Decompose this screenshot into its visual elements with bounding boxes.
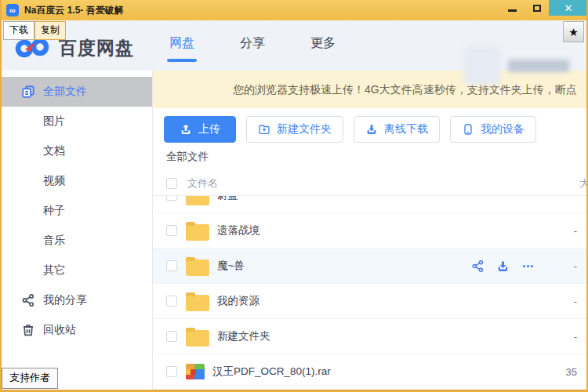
file-name[interactable]: 魔~兽	[217, 259, 245, 273]
app-header: 百度网盘 网盘分享更多	[2, 20, 586, 71]
sidebar-item-music[interactable]: 音乐	[2, 226, 152, 256]
window-controls: ✕	[500, 0, 588, 16]
maximize-button[interactable]	[524, 0, 549, 16]
tab-label: 更多	[310, 35, 336, 52]
toolbar-button-label: 上传	[198, 122, 220, 136]
table-header: 文件名 大小	[153, 171, 586, 196]
avatar	[464, 47, 500, 85]
close-button[interactable]: ✕	[549, 0, 588, 16]
file-row[interactable]: 我的资源-	[153, 284, 586, 319]
tab-more[interactable]: 更多	[308, 20, 338, 71]
sidebar: 全部文件图片文档视频种子音乐其它我的分享回收站	[2, 71, 153, 390]
file-name[interactable]: 蔚蓝	[217, 196, 238, 202]
file-row[interactable]: 新建文件夹-	[153, 319, 586, 354]
sidebar-item-recycle[interactable]: 回收站	[2, 315, 152, 345]
tab-label: 网盘	[169, 35, 194, 52]
row-checkbox[interactable]	[166, 296, 177, 307]
tab-label: 分享	[240, 35, 265, 52]
folder-glyph	[186, 224, 209, 241]
sidebar-item-label: 其它	[43, 263, 65, 278]
sidebar-item-label: 文档	[43, 144, 65, 158]
file-name[interactable]: 我的资源	[217, 294, 260, 308]
row-checkbox[interactable]	[166, 196, 177, 201]
download-icon[interactable]	[496, 260, 510, 273]
file-row[interactable]: 汉王PDF_OCR_80(1).rar35	[153, 354, 586, 390]
recycle-icon	[21, 323, 35, 337]
folder-icon	[186, 196, 209, 205]
download-overlay-button[interactable]: 下载	[3, 21, 34, 40]
upload-icon	[180, 123, 192, 136]
username	[508, 60, 569, 72]
folder-icon	[186, 256, 209, 276]
file-size: -	[560, 331, 577, 343]
minimize-button[interactable]	[500, 0, 524, 16]
sidebar-item-label: 音乐	[43, 234, 65, 248]
folder-icon	[186, 221, 209, 241]
toolbar-button-label: 新建文件夹	[277, 122, 332, 136]
folder-icon	[186, 292, 209, 311]
upload-button[interactable]: 上传	[164, 116, 236, 143]
maximize-icon	[533, 5, 541, 12]
app-window: ∞ Na百度云 1.5- 吾爱破解 ✕ 下载 复制 ★ 支持作者 百度网盘 网盘…	[0, 0, 588, 392]
row-checkbox[interactable]	[166, 366, 177, 377]
app-body: 全部文件图片文档视频种子音乐其它我的分享回收站 您的浏览器支持极速上传！4G大文…	[2, 71, 586, 390]
select-all-checkbox[interactable]	[166, 178, 177, 189]
tab-pan[interactable]: 网盘	[167, 20, 197, 71]
pin-star-button[interactable]: ★	[563, 21, 584, 42]
nav-tabs: 网盘分享更多	[167, 20, 338, 71]
copy-overlay-button[interactable]: 复制	[34, 21, 66, 40]
more-icon[interactable]	[521, 260, 535, 273]
file-size: -	[560, 296, 577, 307]
sidebar-item-documents[interactable]: 文档	[2, 136, 152, 166]
file-name[interactable]: 新建文件夹	[217, 329, 270, 343]
tab-share[interactable]: 分享	[238, 20, 267, 71]
sidebar-item-pictures[interactable]: 图片	[2, 107, 152, 136]
sidebar-item-label: 全部文件	[43, 85, 87, 99]
my-device-button[interactable]: 我的设备	[450, 116, 536, 143]
file-size: -	[560, 225, 577, 237]
breadcrumb: 全部文件	[166, 150, 586, 164]
folder-icon	[186, 327, 209, 347]
sidebar-item-my-share[interactable]: 我的分享	[2, 285, 152, 315]
filename-column-header: 文件名	[187, 176, 218, 191]
sidebar-item-videos[interactable]: 视频	[2, 166, 152, 196]
folder-glyph	[186, 330, 209, 347]
sidebar-item-label: 图片	[43, 114, 65, 129]
size-column-header: 大小	[579, 176, 586, 191]
folder-glyph	[186, 295, 209, 311]
toolbar-button-label: 离线下载	[384, 122, 428, 136]
folder-glyph	[186, 260, 209, 276]
file-list: 蔚蓝遗落战境-魔~兽-我的资源-新建文件夹-汉王PDF_OCR_80(1).ra…	[153, 196, 586, 390]
user-account-area[interactable]	[464, 47, 569, 85]
device-icon	[462, 123, 474, 136]
minimize-icon	[508, 9, 517, 12]
app-icon: ∞	[6, 4, 19, 16]
file-toolbar: 上传新建文件夹离线下载我的设备	[164, 116, 586, 143]
all-files-icon	[21, 85, 35, 99]
my-share-icon	[21, 293, 35, 307]
row-checkbox[interactable]	[166, 225, 177, 236]
title-bar: ∞ Na百度云 1.5- 吾爱破解 ✕	[0, 0, 588, 20]
file-row[interactable]: 蔚蓝	[153, 196, 586, 213]
support-author-button[interactable]: 支持作者	[2, 368, 58, 389]
file-row[interactable]: 魔~兽-	[153, 249, 586, 284]
sidebar-item-label: 种子	[43, 204, 65, 218]
share-icon[interactable]	[471, 260, 485, 273]
new-folder-button[interactable]: 新建文件夹	[246, 116, 343, 143]
row-checkbox[interactable]	[166, 331, 177, 342]
offline-download-button[interactable]: 离线下载	[354, 116, 440, 143]
file-name[interactable]: 汉王PDF_OCR_80(1).rar	[212, 365, 331, 379]
sidebar-item-seeds[interactable]: 种子	[2, 196, 152, 226]
logo-text: 百度网盘	[59, 36, 134, 60]
new-folder-icon	[258, 123, 270, 136]
file-row[interactable]: 遗落战境-	[153, 213, 586, 249]
file-name[interactable]: 遗落战境	[217, 223, 260, 238]
sidebar-item-all-files[interactable]: 全部文件	[2, 77, 152, 107]
sidebar-item-label: 回收站	[43, 323, 76, 337]
sidebar-item-others[interactable]: 其它	[2, 256, 152, 285]
sidebar-item-label: 视频	[43, 174, 65, 188]
file-size: -	[560, 260, 577, 272]
tab-active-underline	[308, 59, 338, 62]
toolbar-button-label: 我的设备	[481, 122, 524, 136]
row-checkbox[interactable]	[166, 260, 177, 271]
